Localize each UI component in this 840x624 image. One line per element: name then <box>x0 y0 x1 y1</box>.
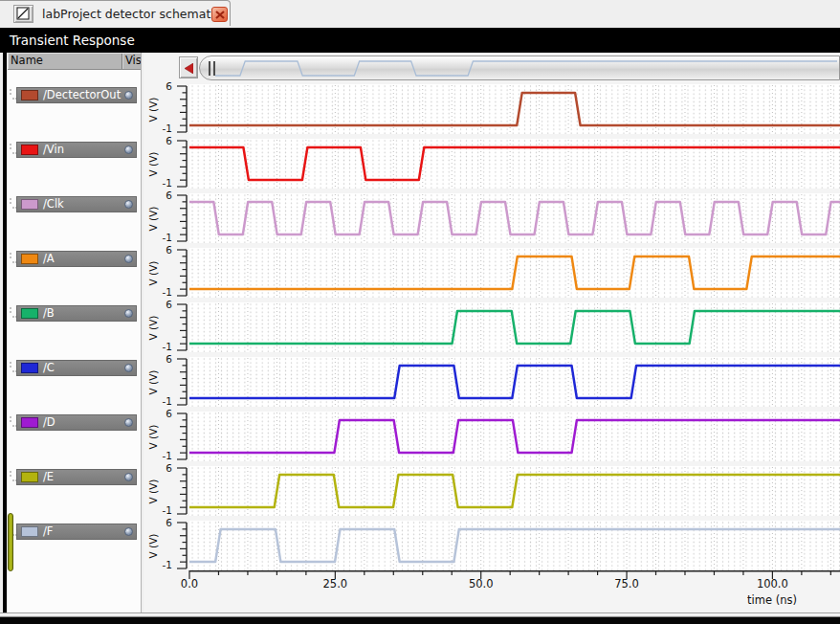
signal-row[interactable]: /DectectorOut <box>16 87 137 103</box>
x-axis-title: time (ns) <box>729 593 815 607</box>
signal-row[interactable]: /F <box>16 524 137 540</box>
signal-name: /F <box>43 524 54 539</box>
plot-panel: V (V)6-1V (V)6-1V (V)6-1V (V)6-1V (V)6-1… <box>144 53 840 613</box>
bottom-window-border <box>0 617 840 624</box>
x-axis-tick-label: 50.0 <box>457 577 505 591</box>
visibility-sphere-icon[interactable] <box>124 364 133 372</box>
signal-color-swatch <box>21 363 38 373</box>
x-axis-tick-label: 75.0 <box>603 577 651 591</box>
y-axis-max-label: 6 <box>155 462 172 474</box>
y-axis-max-label: 6 <box>155 189 172 201</box>
visibility-sphere-icon[interactable] <box>124 418 133 427</box>
y-axis-ruler <box>174 466 188 516</box>
waveform-viewer-window: labProject detector schematic Transient … <box>0 0 840 624</box>
visibility-sphere-icon[interactable] <box>124 473 133 481</box>
y-axis-min-label: -1 <box>155 450 172 461</box>
y-axis-ruler <box>174 357 188 407</box>
window-left-border <box>3 53 7 613</box>
waveform-trace <box>189 202 840 234</box>
signal-row[interactable]: /C <box>16 360 137 376</box>
signal-row[interactable]: /B <box>16 305 137 322</box>
y-axis-min-label: -1 <box>155 341 172 352</box>
column-separator <box>122 54 122 69</box>
waveform-trace <box>189 366 840 398</box>
signal-color-swatch <box>21 472 38 482</box>
visibility-sphere-icon[interactable] <box>124 527 133 536</box>
trace-grid[interactable] <box>189 248 840 298</box>
y-axis-min-label: -1 <box>155 232 172 243</box>
y-axis-ruler <box>174 302 188 352</box>
trace-grid[interactable] <box>189 521 840 570</box>
panel-divider[interactable] <box>141 53 142 613</box>
waveform-trace <box>189 529 840 562</box>
signal-name: /Clk <box>43 197 64 212</box>
signal-color-swatch <box>21 308 38 319</box>
scrollbar-grip[interactable] <box>209 61 215 76</box>
y-axis-max-label: 6 <box>155 135 172 146</box>
y-axis-min-label: -1 <box>155 286 172 298</box>
selected-signal-indicator <box>8 513 13 571</box>
signal-color-swatch <box>21 145 38 155</box>
signal-name: /Vin <box>43 143 64 157</box>
y-axis-ruler <box>174 84 188 134</box>
x-axis-tick-label: 100.0 <box>748 577 796 591</box>
waveform-trace <box>189 256 840 289</box>
tab-transient-response[interactable]: labProject detector schematic <box>0 0 231 26</box>
detach-window-button[interactable] <box>13 5 33 23</box>
overview-waveform-preview <box>215 56 839 80</box>
waveform-trace <box>189 93 840 125</box>
y-axis-max-label: 6 <box>155 80 172 92</box>
waveform-trace <box>189 475 840 507</box>
name-column-header: Name <box>11 53 43 69</box>
waveform-trace <box>189 311 840 344</box>
x-axis-tick-label: 0.0 <box>166 577 213 591</box>
y-axis-ruler <box>174 139 188 189</box>
y-axis-min-label: -1 <box>155 123 172 134</box>
left-panel: Name Vis /DectectorOut/Vin/Clk/A/B/C/D/E… <box>8 53 141 613</box>
overview-zoom-scrollbar[interactable] <box>199 56 840 80</box>
signal-row[interactable]: /Vin <box>16 142 137 158</box>
signal-name: /E <box>43 470 54 484</box>
close-tab-button[interactable] <box>211 7 228 22</box>
y-axis-min-label: -1 <box>155 177 172 189</box>
visibility-sphere-icon[interactable] <box>124 200 133 209</box>
signal-color-swatch <box>21 417 38 428</box>
visibility-sphere-icon[interactable] <box>124 255 133 263</box>
trace-grid[interactable] <box>189 193 840 243</box>
signal-name: /C <box>43 361 55 375</box>
signal-row[interactable]: /A <box>16 251 137 267</box>
y-axis-ruler <box>174 412 188 461</box>
y-axis-max-label: 6 <box>155 408 172 419</box>
visibility-sphere-icon[interactable] <box>124 145 133 154</box>
trace-grid[interactable] <box>189 302 840 352</box>
signal-name: /A <box>43 252 55 266</box>
trace-grid[interactable] <box>189 84 840 134</box>
panel-titlebar: Transient Response <box>0 28 840 53</box>
waveform-trace <box>189 147 840 180</box>
visibility-sphere-icon[interactable] <box>124 309 133 318</box>
vis-column-header: Vis <box>125 53 141 69</box>
trace-grid[interactable] <box>189 139 840 189</box>
signal-color-swatch <box>21 199 38 210</box>
signal-row[interactable]: /E <box>16 469 137 485</box>
signal-row[interactable]: /Clk <box>16 196 137 212</box>
trace-grid[interactable] <box>189 357 840 407</box>
signal-name: /DectectorOut <box>43 88 121 102</box>
y-axis-ruler <box>174 193 188 243</box>
y-axis-ruler <box>174 248 188 298</box>
trace-grid[interactable] <box>189 466 840 516</box>
visibility-sphere-icon[interactable] <box>124 91 133 100</box>
x-axis-tick-label: 25.0 <box>311 577 359 591</box>
y-axis-min-label: -1 <box>155 504 172 516</box>
y-axis-min-label: -1 <box>155 559 172 570</box>
trace-grid[interactable] <box>189 412 840 461</box>
waveform-trace <box>189 420 840 453</box>
signal-color-swatch <box>21 254 38 264</box>
y-axis-max-label: 6 <box>155 299 172 310</box>
y-axis-max-label: 6 <box>155 517 172 528</box>
signal-color-swatch <box>21 90 38 100</box>
y-axis-min-label: -1 <box>155 395 172 407</box>
signal-list-header: Name Vis <box>8 53 141 70</box>
signal-row[interactable]: /D <box>16 414 137 431</box>
overview-scroll-left-button[interactable] <box>179 56 198 78</box>
